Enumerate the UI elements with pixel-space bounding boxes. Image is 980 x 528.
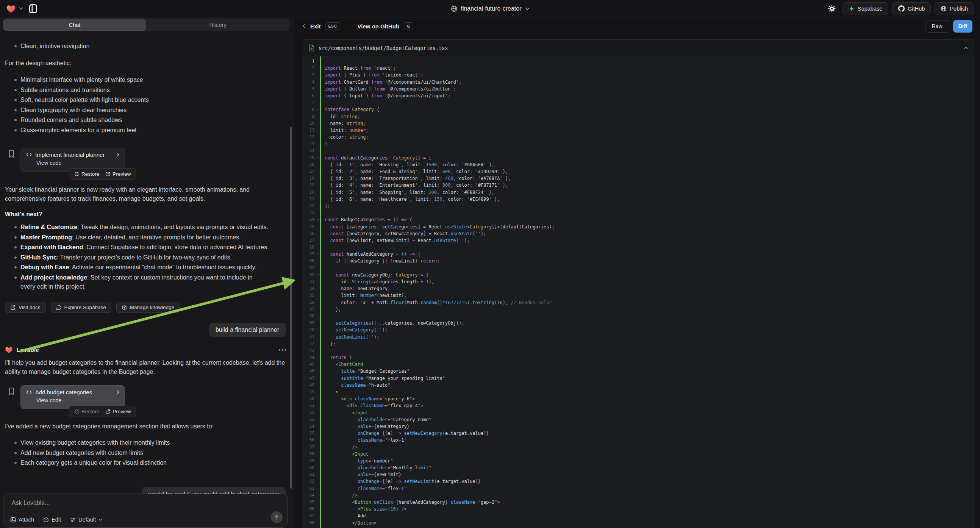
preview-button[interactable]: Preview (105, 409, 131, 414)
user-message-bubble: build a financial planner (209, 323, 286, 337)
publish-label: Publish (950, 6, 968, 12)
next-steps-list: Refine & Customize: Tweak the design, an… (0, 223, 283, 292)
esc-key-badge: ESC (325, 22, 340, 30)
code-line: 63 className="flex-1" (302, 485, 975, 492)
code-line: 19 { id: '4', name: 'Entertainment', lim… (302, 182, 975, 189)
code-line: 58 <Input (302, 451, 975, 458)
code-line: 15▾const defaultCategories: Category[] =… (302, 154, 975, 161)
code-line: 20 { id: '5', name: 'Shopping', limit: 2… (302, 189, 975, 196)
code-line: 23 (302, 210, 975, 216)
bookmark-icon[interactable] (8, 150, 15, 158)
attach-button[interactable]: Attach (10, 517, 34, 523)
reply-intro-paragraph: I'll help you add budget categories to t… (5, 358, 288, 377)
view-code-link[interactable]: View code (21, 396, 125, 403)
mode-select[interactable]: Default (70, 517, 102, 523)
message-menu-button[interactable]: ••• (278, 347, 287, 353)
chevron-down-icon (99, 518, 102, 521)
quick-actions-row: Visit docs Explore Supabase Manage knowl… (5, 302, 180, 313)
code-line: 38 (302, 313, 975, 320)
code-icon (26, 390, 32, 395)
code-line: 37 }; (302, 306, 975, 313)
raw-toggle-button[interactable]: Raw (925, 20, 949, 33)
restore-label: Restore (81, 171, 99, 177)
chat-scrollbar[interactable] (290, 127, 292, 488)
exit-button[interactable]: Exit (310, 23, 321, 30)
preview-button[interactable]: Preview (105, 171, 131, 177)
list-item: Expand with Backend: Connect Supabase to… (0, 243, 283, 252)
chevron-down-icon (525, 7, 530, 10)
manage-knowledge-label: Manage knowledge (130, 305, 174, 310)
list-item: Clean typography with clear hierarchies (0, 106, 283, 115)
chevron-down-icon[interactable] (19, 7, 23, 10)
bookmark-icon[interactable] (8, 388, 15, 396)
code-line: 41 setNewLimit(''); (302, 334, 975, 340)
code-scroll-area[interactable]: 12import React from 'react';3import { Pl… (302, 56, 975, 528)
code-line: 26 const [newCategory, setNewCategory] =… (302, 230, 975, 237)
list-item: Master Prompting: Use clear, detailed, a… (0, 233, 283, 242)
code-line: 34 name: newCategory, (302, 285, 975, 292)
view-on-github-button[interactable]: View on GitHub (358, 23, 400, 30)
explore-supabase-button[interactable]: Explore Supabase (51, 302, 111, 313)
project-switcher[interactable]: financial-future-creator (450, 5, 529, 12)
external-link-icon (105, 172, 110, 177)
whats-next-heading: What's next? (5, 210, 285, 219)
truncated-bullet-list: Clean, intuitive navigation (0, 42, 283, 52)
code-line: 47 subtitle="Manage your spending limits… (302, 375, 975, 382)
chevron-left-icon[interactable] (302, 24, 306, 29)
code-line: 55 onChange={(e) => setNewCategory(e.tar… (302, 430, 975, 437)
chat-message-list[interactable]: Clean, intuitive navigation For the desi… (0, 33, 295, 528)
code-line: 28 (302, 244, 975, 251)
visit-docs-button[interactable]: Visit docs (5, 302, 46, 313)
code-line: 14 (302, 147, 975, 154)
chat-bubble-icon (56, 305, 61, 310)
supabase-button[interactable]: Supabase (843, 2, 888, 15)
list-item: Add new budget categories with custom li… (0, 448, 283, 458)
restore-button[interactable]: Restore (74, 171, 99, 177)
edit-button[interactable]: Edit (43, 517, 61, 523)
list-item: Debug with Ease: Activate our experiment… (0, 263, 283, 272)
code-line: 51 <div className="flex gap-4"> (302, 402, 975, 409)
version-card-title: Add budget categories (35, 389, 92, 396)
list-item: Each category gets a unique color for vi… (0, 458, 283, 468)
topbar-left (0, 2, 40, 16)
list-item: GitHub Sync: Transfer your project's cod… (0, 253, 283, 262)
code-line: 65 <Button onClick={handleAddCategory} c… (302, 499, 975, 506)
image-icon (10, 517, 16, 523)
supabase-bolt-icon (848, 6, 854, 12)
composer[interactable]: Ask Lovable... Attach Edit Default (3, 493, 288, 528)
list-item: Subtle animations and transitions (0, 86, 283, 95)
send-button[interactable] (271, 511, 283, 523)
code-line: 40 setNewCategory(''); (302, 326, 975, 333)
code-toolbar: Exit ESC View on GitHub G Raw Diff (295, 17, 980, 35)
restore-button[interactable]: Restore (74, 409, 99, 414)
chevron-up-icon[interactable] (963, 46, 968, 49)
diff-toggle-button[interactable]: Diff (953, 20, 972, 33)
github-button[interactable]: GitHub (892, 2, 931, 15)
code-line: 53 placeholder="Category name" (302, 416, 975, 423)
code-line: 4import ChartCard from '@/components/ui/… (302, 79, 975, 86)
code-line: 18 { id: '3', name: 'Transportation', li… (302, 175, 975, 182)
code-line: 48 className="h-auto" (302, 382, 975, 389)
composer-controls: Attach Edit Default (10, 517, 102, 523)
composer-input[interactable]: Ask Lovable... (12, 499, 50, 506)
topbar-right: Supabase GitHub Publish (825, 2, 980, 16)
settings-button[interactable] (825, 2, 839, 16)
restore-label: Restore (81, 409, 99, 414)
chevron-right-icon (116, 390, 119, 395)
preview-label: Preview (113, 171, 131, 177)
tab-history[interactable]: History (146, 19, 290, 31)
tab-chat[interactable]: Chat (3, 19, 146, 31)
topbar: financial-future-creator (0, 0, 980, 17)
code-view-panel: Exit ESC View on GitHub G Raw Diff src/c… (295, 17, 980, 528)
list-item: Minimalist interface with plenty of whit… (0, 75, 283, 84)
view-code-link[interactable]: View code (21, 158, 125, 166)
ready-paragraph: Your sleek financial planner is now read… (5, 185, 285, 204)
manage-knowledge-button[interactable]: Manage knowledge (116, 302, 180, 313)
code-line: 25 const [categories, setCategories] = R… (302, 223, 975, 230)
lovable-logo-heart-icon[interactable] (6, 4, 16, 13)
code-line: 27 const [newLimit, setNewLimit] = React… (302, 237, 975, 244)
file-header[interactable]: src/components/budget/BudgetCategories.t… (302, 40, 975, 56)
publish-button[interactable]: Publish (935, 2, 974, 15)
version-actions-pill: Restore Preview (69, 406, 136, 417)
sidebar-toggle-button[interactable] (26, 2, 40, 16)
